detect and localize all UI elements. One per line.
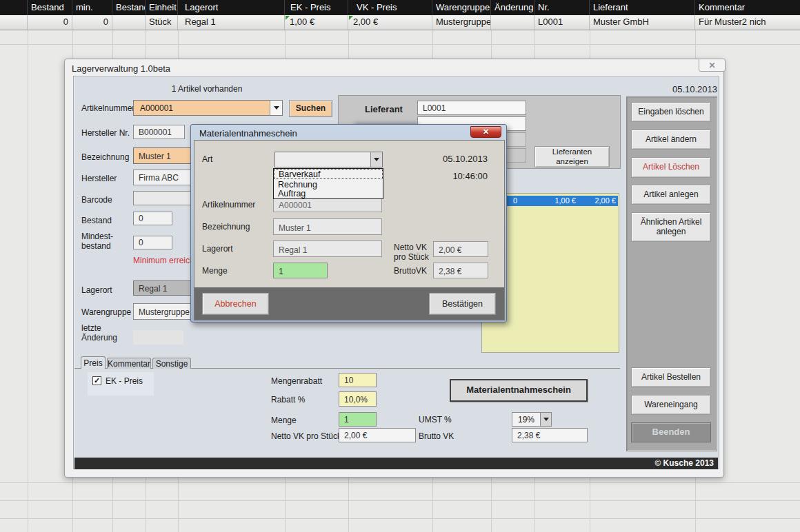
art-dropdown-list: Barverkauf Rechnung Auftrag [273,168,383,199]
lieferant-field[interactable]: L0001 [417,101,526,115]
sheet-cell: Für Muster2 nich [695,15,800,30]
warengruppe-field[interactable]: Mustergruppe [133,303,196,320]
dialog-title: Materialentnahmeschein [199,128,297,139]
brutto-vk-label: Brutto VK [419,431,454,441]
sheet-header-cell: Kommentar [695,0,800,15]
lieferanten-anzeigen-button[interactable]: Lieferanten anzeigen [534,146,610,167]
umst-combobox[interactable]: 19% [512,412,552,427]
sheet-cell: Stück [146,15,178,30]
dialog-time-label: 10:46:00 [439,171,488,181]
sheet-cell: Muster GmbH [590,15,695,30]
dialog-date-label: 05.10.2013 [439,154,488,164]
rabatt-field[interactable]: 10,0% [339,391,377,407]
mindestbestand-field[interactable]: 0 [133,236,172,249]
material-dialog: Materialentnahmeschein ✕ Art 05.10.2013 … [190,124,507,323]
bestaetigen-button[interactable]: Bestätigen [429,293,496,315]
netto-vk-label: Netto VK pro Stück [271,431,341,441]
sheet-header-cell: EK - Preis [285,0,348,15]
dialog-brutto-vk-field[interactable]: 2,38 € [433,263,488,278]
dialog-menge-field[interactable]: 1 [273,263,328,278]
dialog-bezeichnung-label: Bezeichnung [202,222,250,232]
hersteller-field[interactable]: Firma ABC [133,170,193,185]
hersteller-nr-label: Hersteller Nr. [81,128,130,138]
ek-preis-checkbox[interactable]: ✓ [92,376,101,385]
tab-preis[interactable]: Preis [81,356,106,369]
sheet-header-cell: Warengruppe [432,0,491,15]
abbrechen-button[interactable]: Abbrechen [202,293,269,315]
rabatt-label: Rabatt % [271,395,305,405]
mengenrabatt-field[interactable]: 10 [339,373,377,387]
sheet-cell [491,15,534,30]
eingaben-loeschen-button[interactable]: Eingaben löschen [631,102,711,122]
bezeichnung-field[interactable]: Muster 1 [133,147,192,164]
article-count-label: 1 Artikel vorhanden [124,84,290,94]
art-label: Art [202,154,212,164]
aehnlichen-artikel-anlegen-button[interactable]: Ähnlichen Artikel anlegen [631,212,711,242]
minimum-warning-label: Minimum erreicht! [133,256,199,265]
barcode-label: Barcode [81,195,112,205]
artikelnummer-combobox[interactable]: A000001 [133,100,283,116]
brutto-vk-field[interactable]: 2,38 € [512,428,588,442]
dropdown-option-barverkauf[interactable]: Barverkauf [274,169,383,179]
lagerort-field[interactable]: Regal 1 [133,280,194,296]
artikelnummer-label: Artikelnummer [81,103,134,113]
artikel-anlegen-button[interactable]: Artikel anlegen [631,185,711,205]
sheet-cell: Mustergruppe [432,15,491,30]
tab-kommentar[interactable]: Kommentar [107,358,151,369]
dialog-netto-vk-field[interactable]: 2,00 € [433,241,488,257]
warengruppe-label: Warengruppe [81,307,131,317]
hersteller-nr-field[interactable]: B000001 [133,125,185,139]
dialog-artikelnummer-label: Artikelnummer [202,200,255,209]
mengenrabatt-label: Mengenrabatt [271,376,322,386]
bestand-field[interactable]: 0 [133,212,172,225]
sheet-cell: Regal 1 [178,15,285,30]
umst-label: UMST % [419,415,452,424]
comment-indicator-icon [286,16,290,20]
chevron-down-icon[interactable] [270,101,282,115]
dialog-brutto-vk-label: BruttoVK [394,266,427,276]
suchen-button[interactable]: Suchen [289,100,332,117]
menge-field[interactable]: 1 [339,412,377,427]
letzte-aenderung-label: letzteÄnderung [81,323,117,342]
mindestbestand-label: Mindest-bestand [81,232,113,251]
beenden-button[interactable]: Beenden [631,422,711,442]
letzte-aenderung-field[interactable] [133,330,183,345]
sheet-header-cell: Nr. [534,0,590,15]
close-icon: ✕ [708,61,715,70]
copyright-label: © Kusche 2013 [654,458,714,468]
wareneingang-button[interactable]: Wareneingang [631,395,711,415]
window-close-button[interactable]: ✕ [699,59,726,72]
chevron-down-icon[interactable] [540,413,551,426]
artikel-loeschen-button[interactable]: Artikel Löschen [631,157,711,178]
sheet-cell: L0001 [534,15,590,30]
materialentnahmeschein-button[interactable]: Materialentnahmeschein [450,379,588,402]
hersteller-label: Hersteller [81,174,117,183]
lagerort-label: Lagerort [81,285,112,295]
netto-vk-field[interactable]: 2,00 € [339,428,416,442]
dialog-close-button[interactable]: ✕ [470,126,501,138]
tab-sonstige[interactable]: Sonstige [152,358,191,369]
bezeichnung-label: Bezeichnung [81,152,129,162]
dialog-lagerort-field[interactable]: Regal 1 [273,241,382,257]
sheet-header-cell: Bestand [28,0,72,15]
sheet-header-cell: VK - Preis [348,0,432,15]
comment-indicator-icon [349,16,353,20]
artikel-aendern-button[interactable]: Artikel ändern [631,130,711,150]
window-title: Lagerverwaltung 1.0beta [72,63,170,74]
dialog-menge-label: Menge [202,266,228,276]
lieferant-label: Lieferant [365,104,403,114]
sheet-header-cell: min. [72,0,112,15]
art-combobox[interactable] [274,152,383,167]
check-icon: ✓ [94,377,100,385]
sheet-header-row: Bestand min. Bestand Einheit Lagerort EK… [0,0,800,15]
dropdown-option-rechnung[interactable]: Rechnung [274,179,383,189]
sheet-cell: 0 [72,15,112,30]
dropdown-option-auftrag[interactable]: Auftrag [274,189,383,198]
dialog-bezeichnung-field[interactable]: Muster 1 [273,218,382,235]
barcode-field[interactable] [133,191,193,205]
current-date-label: 05.10.2013 [648,84,717,94]
footer-bar: © Kusche 2013 [74,458,718,469]
ek-preis-checkbox-label: EK - Preis [106,376,143,386]
artikel-bestellen-button[interactable]: Artikel Bestellen [631,367,711,387]
chevron-down-icon[interactable] [370,152,382,167]
